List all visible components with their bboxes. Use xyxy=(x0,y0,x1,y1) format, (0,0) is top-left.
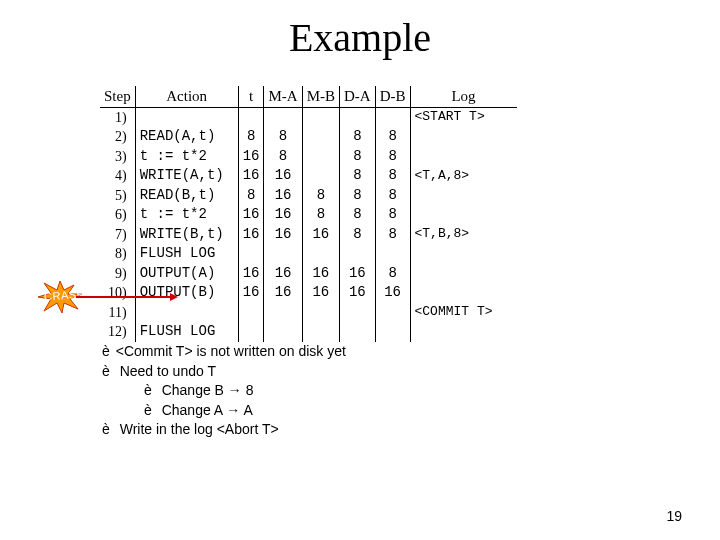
cell: READ(B,t) xyxy=(135,186,238,206)
cell xyxy=(410,283,517,303)
cell xyxy=(302,127,339,147)
table-row: 10)OUTPUT(B)1616161616 xyxy=(100,283,517,303)
cell: 8 xyxy=(264,127,302,147)
cell: 16 xyxy=(264,166,302,186)
cell: 8 xyxy=(375,264,410,284)
cell: 16 xyxy=(302,283,339,303)
cell: 9) xyxy=(100,264,135,284)
cell: 16 xyxy=(340,283,376,303)
cell: 7) xyxy=(100,225,135,245)
cell: 16 xyxy=(340,264,376,284)
crash-label: CRASH! xyxy=(44,287,89,302)
cell: 16 xyxy=(238,166,264,186)
cell xyxy=(302,322,339,342)
cell: FLUSH LOG xyxy=(135,244,238,264)
cell: 8 xyxy=(302,205,339,225)
bullet-1: è<Commit T> is not written on disk yet xyxy=(102,342,346,362)
bullet-arrow-icon: è xyxy=(102,420,110,440)
cell: 10) xyxy=(100,283,135,303)
bullet-text: Write in the log <Abort T> xyxy=(116,421,279,437)
cell: <T,B,8> xyxy=(410,225,517,245)
cell: 8 xyxy=(238,127,264,147)
cell xyxy=(302,107,339,127)
cell xyxy=(264,244,302,264)
cell: 16 xyxy=(238,205,264,225)
table-row: 6)t := t*21616888 xyxy=(100,205,517,225)
col-t: t xyxy=(238,86,264,107)
cell: 12) xyxy=(100,322,135,342)
cell xyxy=(238,322,264,342)
page-number: 19 xyxy=(666,508,682,524)
bullet-2: è Need to undo T xyxy=(102,362,346,382)
col-ma: M-A xyxy=(264,86,302,107)
bullet-arrow-icon: è xyxy=(144,381,152,401)
cell xyxy=(410,147,517,167)
col-action: Action xyxy=(135,86,238,107)
cell: 8 xyxy=(340,225,376,245)
cell: 16 xyxy=(238,264,264,284)
cell: 16 xyxy=(375,283,410,303)
cell xyxy=(238,107,264,127)
cell: FLUSH LOG xyxy=(135,322,238,342)
cell xyxy=(375,322,410,342)
cell: 8 xyxy=(375,127,410,147)
cell xyxy=(410,264,517,284)
cell: <COMMIT T> xyxy=(410,303,517,323)
table-header-row: Step Action t M-A M-B D-A D-B Log xyxy=(100,86,517,107)
cell: OUTPUT(B) xyxy=(135,283,238,303)
table-row: 11)<COMMIT T> xyxy=(100,303,517,323)
cell: <START T> xyxy=(410,107,517,127)
cell xyxy=(135,303,238,323)
cell xyxy=(410,244,517,264)
table-row: 3)t := t*216888 xyxy=(100,147,517,167)
cell: 8 xyxy=(375,186,410,206)
cell: <T,A,8> xyxy=(410,166,517,186)
cell xyxy=(238,244,264,264)
bullet-text: Change B → 8 xyxy=(158,382,254,398)
cell xyxy=(302,166,339,186)
table-row: 4)WRITE(A,t)161688<T,A,8> xyxy=(100,166,517,186)
bullet-3: è Change B → 8 xyxy=(102,381,346,401)
cell xyxy=(264,322,302,342)
cell: 16 xyxy=(238,283,264,303)
cell: 2) xyxy=(100,127,135,147)
cell: 8 xyxy=(340,127,376,147)
cell: 8 xyxy=(238,186,264,206)
cell: 16 xyxy=(264,225,302,245)
cell: 8 xyxy=(302,186,339,206)
table-row: 12)FLUSH LOG xyxy=(100,322,517,342)
cell xyxy=(375,303,410,323)
slide: Example Step Action t M-A M-B D-A D-B Lo… xyxy=(0,0,720,540)
col-step: Step xyxy=(100,86,135,107)
cell xyxy=(410,322,517,342)
col-mb: M-B xyxy=(302,86,339,107)
table-row: 9)OUTPUT(A)161616168 xyxy=(100,264,517,284)
crash-arrow-icon xyxy=(76,296,176,298)
cell: 8 xyxy=(340,166,376,186)
table-row: 7)WRITE(B,t)16161688<T,B,8> xyxy=(100,225,517,245)
table-row: 5)READ(B,t)816888 xyxy=(100,186,517,206)
cell: WRITE(A,t) xyxy=(135,166,238,186)
cell xyxy=(375,107,410,127)
cell: 16 xyxy=(238,147,264,167)
cell: 16 xyxy=(264,264,302,284)
cell: 8 xyxy=(340,205,376,225)
cell: READ(A,t) xyxy=(135,127,238,147)
bullet-text: <Commit T> is not written on disk yet xyxy=(116,343,346,359)
cell: 8 xyxy=(340,147,376,167)
bullet-arrow-icon: è xyxy=(102,342,110,362)
cell: 3) xyxy=(100,147,135,167)
col-log: Log xyxy=(410,86,517,107)
cell: t := t*2 xyxy=(135,205,238,225)
crash-callout: CRASH! xyxy=(38,281,94,315)
cell: 16 xyxy=(238,225,264,245)
cell: 11) xyxy=(100,303,135,323)
cell xyxy=(302,303,339,323)
cell: 8 xyxy=(375,225,410,245)
cell xyxy=(410,186,517,206)
bullet-arrow-icon: è xyxy=(144,401,152,421)
bullets: è<Commit T> is not written on disk yet è… xyxy=(102,342,346,440)
cell: 8) xyxy=(100,244,135,264)
bullet-5: è Write in the log <Abort T> xyxy=(102,420,346,440)
cell xyxy=(340,303,376,323)
